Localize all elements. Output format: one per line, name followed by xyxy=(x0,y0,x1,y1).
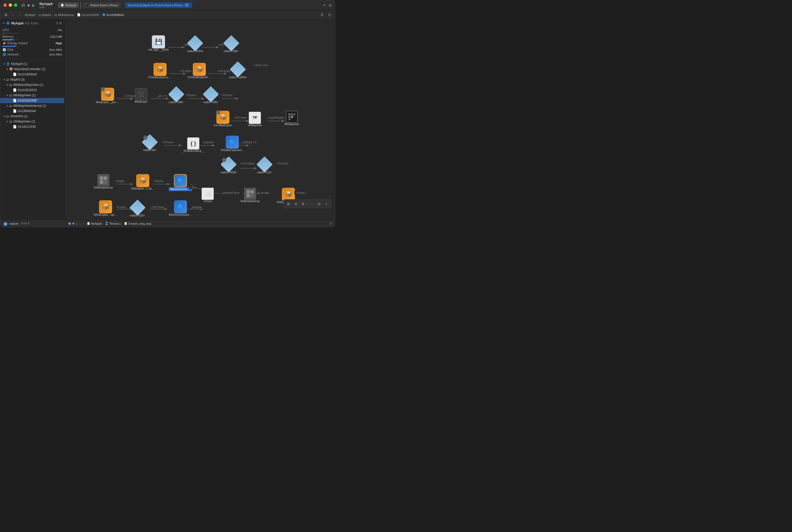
sidebar-toggle-icon[interactable]: ⊟ xyxy=(21,3,25,7)
stop-icon[interactable]: ■ xyxy=(27,3,30,7)
status-sep: | xyxy=(85,222,86,225)
node-malloc12800[interactable]: malloc<12800> xyxy=(229,63,247,79)
vectorkit-label: VectorKit (1) xyxy=(10,114,27,118)
edge-label: +2216 bytes xyxy=(239,162,256,165)
node-vkmapview[interactable]: 🗺 VKMapView xyxy=(248,112,262,127)
cpu-stat: CPU 0% xyxy=(2,28,62,33)
network-icon: 🌐 xyxy=(2,53,6,56)
sidebar-item-myapp6[interactable]: ▼ 👤 MyApp6 (1) xyxy=(0,61,64,66)
navigator-toggle-icon[interactable]: ⊞ xyxy=(3,12,8,18)
edge-label: storage xyxy=(260,191,270,194)
sidebar-item-mkinternal[interactable]: ▼ 🗂 MKMapViewInternal (1) xyxy=(0,103,64,108)
run-icon[interactable]: ▶ xyxy=(32,3,35,7)
addr1-icon: 📄 xyxy=(13,73,17,76)
sidebar-item-0x13fb0b0a0[interactable]: 📄 0x13fb0b0a0 xyxy=(0,108,64,114)
step-out-icon[interactable]: ↑ xyxy=(82,222,84,225)
node-nsmallocblock[interactable]: { } _NSMallocBlock__ xyxy=(182,137,204,152)
node-malloc288-top[interactable]: malloc<288> xyxy=(224,37,239,53)
run-count-badge: 2 xyxy=(184,3,189,7)
node-uiview[interactable]: ⬜ UIView xyxy=(202,188,214,203)
node-nsmutable-storage[interactable]: 📦 NSMutable...y (Storage) xyxy=(131,174,154,190)
breadcrumb-item[interactable]: 📄 0x141015400 xyxy=(77,13,99,17)
node-malloc8704[interactable]: malloc<8704> xyxy=(187,37,204,53)
myapp6-icon: 👤 xyxy=(6,62,10,66)
node-cfnotif[interactable]: 📦 CFNotificationCenter xyxy=(148,63,172,79)
tab-myapp6[interactable]: 📋 MyApp6 xyxy=(58,2,79,8)
sidebar-item-vkmapview[interactable]: ▼ 🗂 VKMapView (1) xyxy=(0,119,64,124)
node-malloc528[interactable]: malloc<528> xyxy=(130,201,145,217)
tab-iphone[interactable]: 📱 Robert Ryan's iPhone xyxy=(82,2,121,8)
sidebar-item-0x1418090e0[interactable]: 📄 0x1418090e0 xyxy=(0,72,64,77)
svg-rect-23 xyxy=(291,113,293,115)
mapkit-icon: 🗂 xyxy=(6,78,9,81)
sidebar-item-mapviewctrl[interactable]: ▼ 📦 MapViewController (1) xyxy=(0,66,64,72)
breadcrumb-item[interactable]: 🗂 MKMapView xyxy=(54,13,74,17)
zoom-in-icon[interactable]: + xyxy=(323,201,329,207)
status-label: mapvie xyxy=(9,222,18,225)
node-md-engine[interactable]: 📦 ⊘ md::MapEngine xyxy=(214,111,232,127)
continue-icon[interactable]: ▶ xyxy=(73,222,75,225)
step-over-icon[interactable]: ⤵ xyxy=(76,222,78,225)
run-status-label: Running MyApp6 on Robert Ryan's iPhone xyxy=(128,4,183,7)
graph-canvas[interactable]: 💾 VM: dyld __DATA +688 bytes malloc<8704… xyxy=(64,20,335,220)
sidebar-item-0x1418192c0[interactable]: 📄 0x1418192c0 xyxy=(0,88,64,93)
zoom-options-icon[interactable]: ⚙ xyxy=(300,201,306,207)
disk-label: 💿 Disk xyxy=(2,48,13,52)
breadcrumb-item[interactable]: 🗂 MapKit xyxy=(38,13,51,17)
edge-label: [capture] xyxy=(203,140,214,144)
tab-myapp6-icon: 📋 xyxy=(60,3,64,7)
sidebar-item-0x141015400[interactable]: 📄 0x141015400 xyxy=(0,98,64,103)
sidebar-item-mkmapview[interactable]: ▼ 🗂 MKMapView (1) xyxy=(0,93,64,98)
node-malloc80[interactable]: ⊘ malloc<80> xyxy=(143,136,157,152)
expand-icon[interactable]: ⊡ xyxy=(329,222,332,225)
node-nsmutablearray-bot[interactable]: NSMutableArray xyxy=(241,188,260,203)
node-metal-layer[interactable]: ⬛ MetalLayer xyxy=(135,88,148,103)
minimize-button[interactable] xyxy=(8,3,12,7)
node-nsis-engine[interactable]: 📦 NSISEngine....bjectTable) xyxy=(94,200,117,216)
zoom-reset-icon[interactable]: ◎ xyxy=(316,201,322,207)
mkbasic-label: MKBasicMapView (1) xyxy=(13,83,43,87)
split-view-button[interactable]: ⊡ xyxy=(329,3,332,7)
breadcrumb-item-active[interactable]: 🔷 0x1418090e0 xyxy=(102,13,124,17)
run-status: Running MyApp6 on Robert Ryan's iPhone 2 xyxy=(125,2,192,8)
node-malloc288-m1[interactable]: malloc<288> xyxy=(169,88,184,104)
node-cfxnotif[interactable]: 📦 CFXNotificationRegistrar xyxy=(188,63,211,79)
close-button[interactable] xyxy=(3,3,7,7)
edge-label: +8 bytes xyxy=(185,93,196,97)
node-mapviewctrl-main[interactable]: 🔷 MapViewController xyxy=(169,174,192,191)
node-mkmapview-patt[interactable]: MKMapView xyxy=(284,111,299,126)
zoom-out-icon[interactable]: − xyxy=(308,201,315,207)
sidebar-item-mkbasic[interactable]: ▼ 🗂 MKBasicMapView (1) xyxy=(0,82,64,88)
svg-rect-24 xyxy=(294,113,295,115)
sidebar-item-mapkit[interactable]: ▼ 🗂 MapKit (3) xyxy=(0,77,64,82)
node-nsis-unres[interactable]: 🔷 NSISUnrestrictedVariable xyxy=(169,200,192,216)
status-app: 📋 MyApp6 xyxy=(87,222,101,225)
network-stat: 🌐 Network Zero KB/s xyxy=(2,52,62,57)
addr3-label: 0x141015400 xyxy=(18,99,37,102)
step-into-icon[interactable]: ↓ xyxy=(79,222,81,225)
node-malloc288-m2[interactable]: malloc<288> xyxy=(203,88,218,104)
node-malloc112[interactable]: malloc<112> xyxy=(257,158,272,174)
cpu-label: CPU xyxy=(2,28,9,32)
zoom-to-selection-icon[interactable]: ⊡ xyxy=(293,201,299,207)
back-icon[interactable]: ‹ xyxy=(10,12,16,18)
zoom-fit-icon[interactable]: ⊞ xyxy=(285,201,291,207)
energy-icon: ⚡ xyxy=(2,41,6,45)
node-vm-dyld[interactable]: 💾 VM: dyld __DATA xyxy=(148,35,169,51)
list-view-icon[interactable]: ☰ xyxy=(319,12,325,18)
sidebar-item-0x13fc12330[interactable]: 📄 0x13fc12330 xyxy=(0,124,64,129)
status-frame: 📋 0 mach_msg_trap xyxy=(124,222,151,225)
svg-rect-35 xyxy=(250,194,254,197)
forward-icon[interactable]: › xyxy=(18,12,23,18)
edge-label: +64 bytes xyxy=(276,162,289,165)
breadcrumb-item[interactable]: MyApp6 xyxy=(25,13,35,17)
sidebar-item-vectorkit[interactable]: ▼ 🗂 VectorKit (1) xyxy=(0,114,64,119)
maximize-button[interactable] xyxy=(14,3,17,7)
node-malloc4608[interactable]: ⊘ malloc<4608> xyxy=(221,158,237,174)
edge-label: _subviewCache xyxy=(220,191,241,194)
process-settings-icon[interactable]: ⚙ xyxy=(59,21,62,25)
grid-view-icon[interactable]: ⊡ xyxy=(326,12,332,18)
add-tab-button[interactable]: + xyxy=(323,3,325,7)
node-metal-priv[interactable]: 📦 ⊘ MetalLayer__priv (malloc) xyxy=(96,88,119,104)
node-nsmutablearray-top[interactable]: NSMutableArray xyxy=(94,174,113,189)
